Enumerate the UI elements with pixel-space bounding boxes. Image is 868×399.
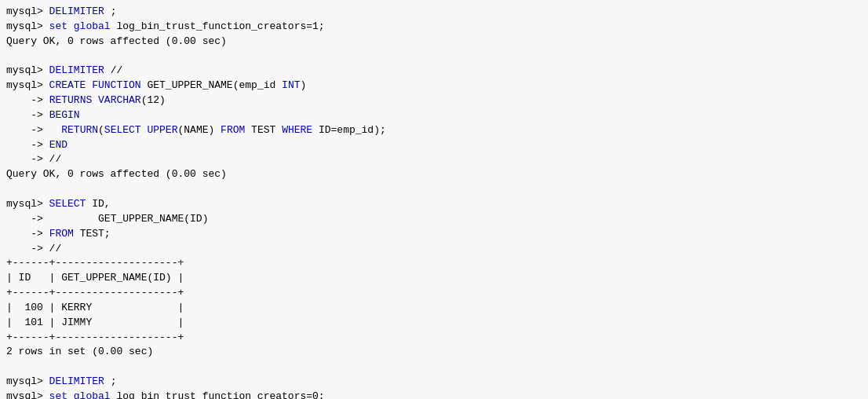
terminal-window: mysql> DELIMITER ; mysql> set global log… bbox=[0, 0, 868, 399]
terminal-content: mysql> DELIMITER ; mysql> set global log… bbox=[6, 5, 862, 399]
